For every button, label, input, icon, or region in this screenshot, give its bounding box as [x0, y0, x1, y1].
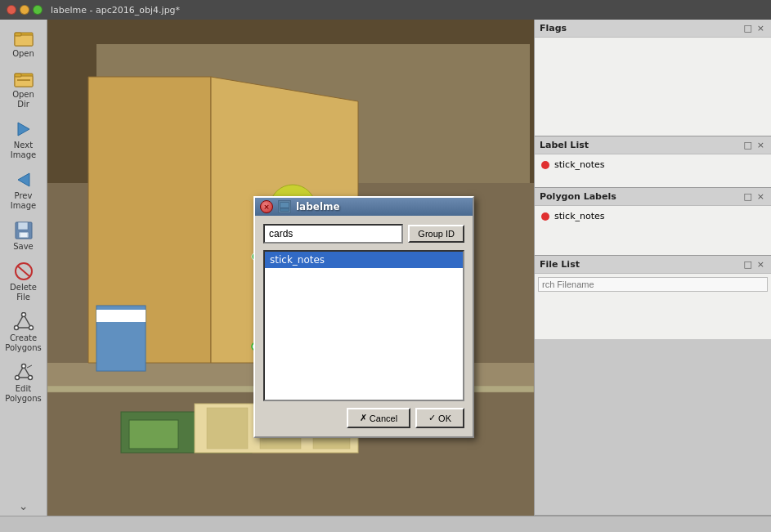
dialog-titlebar: × labelme [255, 198, 473, 216]
dialog-title: labelme [296, 201, 340, 212]
dialog-body: Group ID stick_notes ✗ Cancel ✓ OK [255, 216, 473, 436]
ok-label: OK [438, 414, 451, 423]
ok-button[interactable]: ✓ OK [415, 408, 464, 428]
svg-rect-70 [280, 203, 289, 208]
label-input[interactable] [263, 224, 403, 244]
dialog-close-button[interactable]: × [260, 200, 273, 213]
label-list-dropdown[interactable]: stick_notes [263, 250, 464, 401]
list-item-stick-notes[interactable]: stick_notes [265, 252, 463, 268]
cancel-button[interactable]: ✗ Cancel [347, 408, 410, 428]
cancel-label: Cancel [370, 414, 397, 423]
label-dialog: × labelme Group ID stick_notes ✗ [253, 196, 474, 438]
group-id-button[interactable]: Group ID [408, 225, 464, 243]
cancel-icon: ✗ [360, 413, 367, 423]
ok-icon: ✓ [428, 413, 436, 423]
dialog-input-row: Group ID [263, 224, 464, 244]
dialog-button-row: ✗ Cancel ✓ OK [263, 408, 464, 428]
dialog-app-icon [278, 200, 291, 213]
dialog-overlay: × labelme Group ID stick_notes ✗ [0, 0, 771, 532]
svg-rect-71 [280, 208, 289, 211]
